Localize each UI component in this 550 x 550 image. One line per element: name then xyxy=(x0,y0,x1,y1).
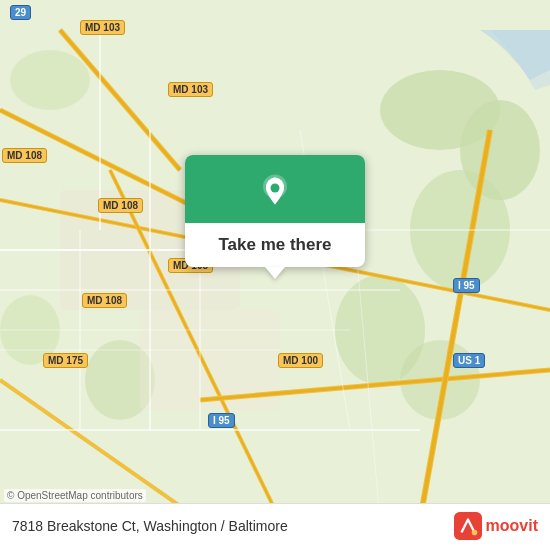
road-label-i95-2: I 95 xyxy=(208,413,235,428)
road-label-md103-1: MD 103 xyxy=(80,20,125,35)
svg-point-14 xyxy=(271,184,280,193)
popup-box: Take me there xyxy=(185,155,365,267)
road-label-md108-1: MD 108 xyxy=(2,148,47,163)
map-container[interactable]: MD 103 MD 103 MD 108 MD 108 MD 108 MD 10… xyxy=(0,0,550,550)
svg-point-6 xyxy=(10,50,90,110)
moovit-logo-text: moovit xyxy=(486,517,538,535)
pin-icon xyxy=(257,173,293,209)
svg-point-16 xyxy=(471,530,477,536)
road-label-us1: US 1 xyxy=(453,353,485,368)
road-label-i95-1: I 95 xyxy=(453,278,480,293)
road-label-md100: MD 100 xyxy=(278,353,323,368)
moovit-logo-icon xyxy=(454,512,482,540)
take-me-there-button[interactable]: Take me there xyxy=(185,223,365,267)
popup-arrow xyxy=(265,267,285,279)
road-label-md108-2: MD 108 xyxy=(98,198,143,213)
osm-attribution: © OpenStreetMap contributors xyxy=(4,489,146,502)
location-text: 7818 Breakstone Ct, Washington / Baltimo… xyxy=(12,518,288,534)
bottom-bar: 7818 Breakstone Ct, Washington / Baltimo… xyxy=(0,503,550,550)
road-label-md175: MD 175 xyxy=(43,353,88,368)
road-label-md103-2: MD 103 xyxy=(168,82,213,97)
svg-rect-15 xyxy=(454,512,482,540)
location-popup: Take me there xyxy=(185,155,365,279)
road-label-md29: 29 xyxy=(10,5,31,20)
moovit-logo[interactable]: moovit xyxy=(454,512,538,540)
road-label-md108-4: MD 108 xyxy=(82,293,127,308)
popup-header xyxy=(185,155,365,223)
